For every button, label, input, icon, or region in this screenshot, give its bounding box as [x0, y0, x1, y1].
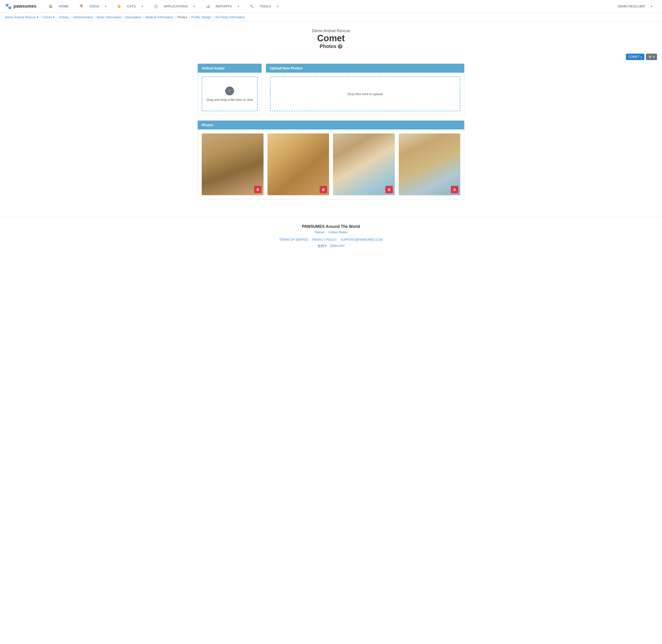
reports-caret [235, 3, 242, 9]
footer-language-switcher: 繁體字 ENGLISH [5, 244, 657, 248]
photo-item: 🗑 [399, 134, 460, 195]
nav-applications[interactable]: APPLICATIONS [149, 1, 200, 11]
footer-us-link[interactable]: United States [328, 230, 347, 234]
comet-button[interactable]: COMET [626, 54, 644, 60]
tools-icon [248, 3, 256, 9]
delete-photo-3-button[interactable]: 🗑 [385, 186, 393, 193]
avatar-upload-icon [225, 87, 234, 95]
bc-demo-animal-rescue[interactable]: Demo Animal Rescue [5, 15, 36, 19]
sep-5: / [123, 15, 124, 19]
footer-lang-english[interactable]: ENGLISH [330, 244, 344, 248]
reports-icon [203, 3, 212, 9]
paw-icon: 🐾 [5, 3, 12, 9]
page-header: Demo Animal Rescue Comet Photos ? [0, 22, 662, 52]
footer-taiwan-link[interactable]: Taiwan [315, 230, 324, 234]
photos-drop-zone[interactable]: Drop files here to upload [270, 76, 460, 111]
upload-row: Animal Avatar Drag and drop a file here … [198, 64, 464, 115]
upload-panel-header: Upload New Photos [266, 64, 464, 73]
photo-item: 🗑 [202, 134, 264, 195]
avatar-drop-text: Drag and drop a file here or click [206, 98, 253, 101]
sep-3: / [70, 15, 71, 19]
footer-countries: Taiwan United States [5, 230, 657, 234]
navbar: 🐾 pawsumes HOME DOGS CATS [0, 0, 662, 13]
trash-icon-1: 🗑 [256, 188, 259, 191]
photo-item: 🗑 [333, 134, 395, 195]
nav-dogs[interactable]: DOGS [75, 1, 112, 11]
sep-1: / [40, 15, 41, 19]
bc-3rd-party[interactable]: 3rd Party Information [215, 15, 245, 19]
nav-user[interactable]: DEMO RESCUER [613, 1, 657, 11]
bc-activity[interactable]: Activity [59, 15, 69, 19]
org-name: Demo Animal Rescue [5, 29, 657, 33]
delete-photo-4-button[interactable]: 🗑 [451, 186, 458, 193]
sep-9: / [212, 15, 213, 19]
bc-basic-information[interactable]: Basic Information [97, 15, 121, 19]
bc-administrative[interactable]: Administrative [73, 15, 93, 19]
animal-name: Comet [5, 33, 657, 44]
footer-tos-link[interactable]: TERMS OF SERVICE [279, 238, 309, 242]
nav-reports[interactable]: REPORTS [201, 1, 244, 11]
page-title: Photos ? [5, 44, 657, 49]
breadcrumb: Demo Animal Rescue ▾ / Comet ▾ - Activit… [0, 13, 662, 22]
brand-link[interactable]: 🐾 pawsumes [5, 3, 36, 9]
main-content: Animal Avatar Drag and drop a file here … [192, 64, 470, 212]
avatar-drop-zone[interactable]: Drag and drop a file here or click [202, 76, 257, 111]
trash-icon-4: 🗑 [453, 188, 456, 191]
bc-dropdown-icon[interactable]: ▾ [37, 15, 39, 19]
photos-grid: 🗑 🗑 🗑 🗑 [198, 130, 464, 199]
applications-icon [151, 3, 160, 9]
home-icon [46, 3, 55, 9]
photos-panel: Photos 🗑 🗑 🗑 🗑 [198, 120, 464, 200]
trash-icon-2: 🗑 [322, 188, 325, 191]
sep-4: / [94, 15, 95, 19]
cat-icon [115, 3, 123, 9]
settings-caret: ▾ [653, 55, 655, 59]
nav-links: HOME DOGS CATS APPLICATIONS [44, 1, 657, 11]
dog-icon [77, 3, 86, 9]
footer-privacy-link[interactable]: PRIVACY POLICY [312, 238, 337, 242]
nav-home[interactable]: HOME [44, 1, 74, 11]
bc-medical-information[interactable]: Medical Information [145, 15, 173, 19]
bc-comet[interactable]: Comet [43, 15, 52, 19]
bc-photos: Photos [177, 15, 187, 19]
footer: PAWSUMES Around The World Taiwan United … [0, 217, 662, 256]
photo-item: 🗑 [268, 134, 329, 195]
action-bar: COMET ▾ [0, 52, 662, 64]
apps-caret [191, 3, 198, 9]
footer-world-title: PAWSUMES Around The World [5, 224, 657, 229]
upload-panel: Upload New Photos Drop files here to upl… [266, 64, 464, 115]
user-caret [648, 3, 655, 9]
nav-tools[interactable]: TOOLS [245, 1, 283, 11]
sep-7: / [175, 15, 176, 19]
upload-panel-body: Drop files here to upload [266, 73, 464, 115]
nav-cats[interactable]: CATS [112, 1, 148, 11]
sep-6: / [143, 15, 144, 19]
delete-photo-1-button[interactable]: 🗑 [254, 186, 261, 193]
delete-photo-2-button[interactable]: 🗑 [320, 186, 327, 193]
footer-lang-traditional-chinese[interactable]: 繁體字 [318, 244, 327, 248]
cats-caret [139, 3, 145, 9]
dogs-caret [102, 3, 109, 9]
tools-caret [274, 3, 280, 9]
trash-icon-3: 🗑 [387, 188, 391, 191]
avatar-panel: Animal Avatar Drag and drop a file here … [198, 64, 262, 115]
photos-drop-text: Drop files here to upload [347, 92, 383, 96]
avatar-panel-body: Drag and drop a file here or click [198, 73, 261, 115]
bc-profile-design[interactable]: Profile Design [191, 15, 211, 19]
gear-icon [648, 55, 652, 59]
avatar-panel-header: Animal Avatar [198, 64, 261, 73]
brand-name: pawsumes [14, 4, 36, 9]
footer-links: TERMS OF SERVICE PRIVACY POLICY SUPPORT@… [5, 238, 657, 242]
help-icon[interactable]: ? [338, 44, 342, 49]
bc-description[interactable]: Description [125, 15, 141, 19]
bc-comet-dropdown[interactable]: ▾ [53, 15, 55, 19]
sep-8: / [189, 15, 190, 19]
photos-panel-header: Photos [198, 121, 464, 130]
sep-2: - [56, 15, 57, 19]
footer-support-link[interactable]: SUPPORT@PAWSUMES.COM [341, 238, 383, 242]
settings-button[interactable]: ▾ [646, 54, 657, 60]
